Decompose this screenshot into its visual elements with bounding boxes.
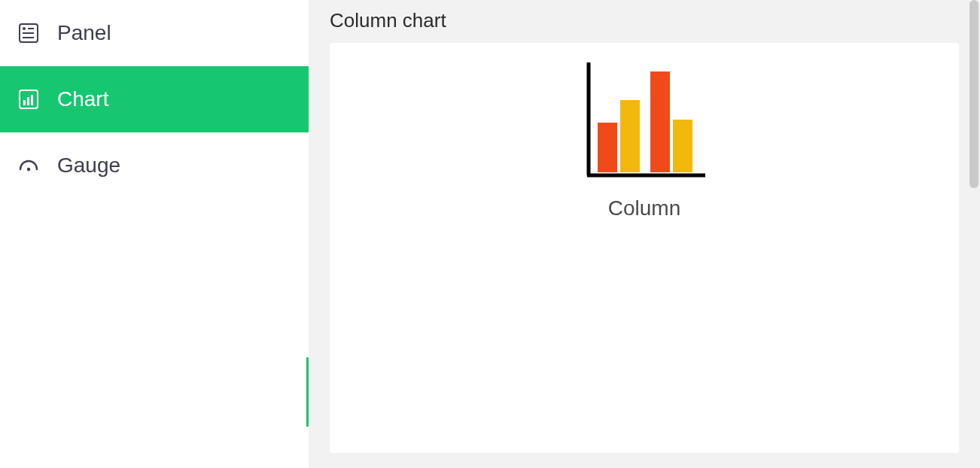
- sidebar-item-panel[interactable]: Panel: [0, 0, 309, 66]
- scrollbar[interactable]: [969, 0, 978, 188]
- column-chart-icon: [581, 61, 708, 181]
- sidebar-resize-handle[interactable]: [306, 357, 309, 427]
- main-title: Column chart: [330, 9, 959, 32]
- chart-option-column[interactable]: Column: [581, 61, 708, 220]
- svg-rect-8: [31, 95, 33, 105]
- svg-rect-15: [673, 120, 692, 172]
- sidebar-item-label: Gauge: [57, 153, 120, 178]
- svg-rect-13: [620, 100, 640, 172]
- gauge-icon: [17, 153, 41, 178]
- chart-options-card: Column: [330, 43, 959, 453]
- svg-rect-12: [598, 123, 617, 172]
- sidebar-item-chart[interactable]: Chart: [0, 66, 309, 132]
- sidebar: Panel Chart Gauge: [0, 0, 309, 468]
- sidebar-item-label: Chart: [57, 87, 108, 111]
- svg-rect-7: [27, 97, 29, 105]
- sidebar-item-label: Panel: [57, 21, 111, 45]
- svg-point-9: [27, 168, 30, 171]
- chart-option-label: Column: [608, 196, 680, 220]
- svg-rect-6: [23, 100, 26, 105]
- main-panel: Column chart Column: [309, 0, 980, 468]
- svg-point-1: [23, 27, 26, 30]
- chart-icon: [17, 87, 41, 111]
- panel-icon: [17, 21, 41, 45]
- svg-rect-14: [650, 71, 670, 172]
- sidebar-item-gauge[interactable]: Gauge: [0, 132, 309, 199]
